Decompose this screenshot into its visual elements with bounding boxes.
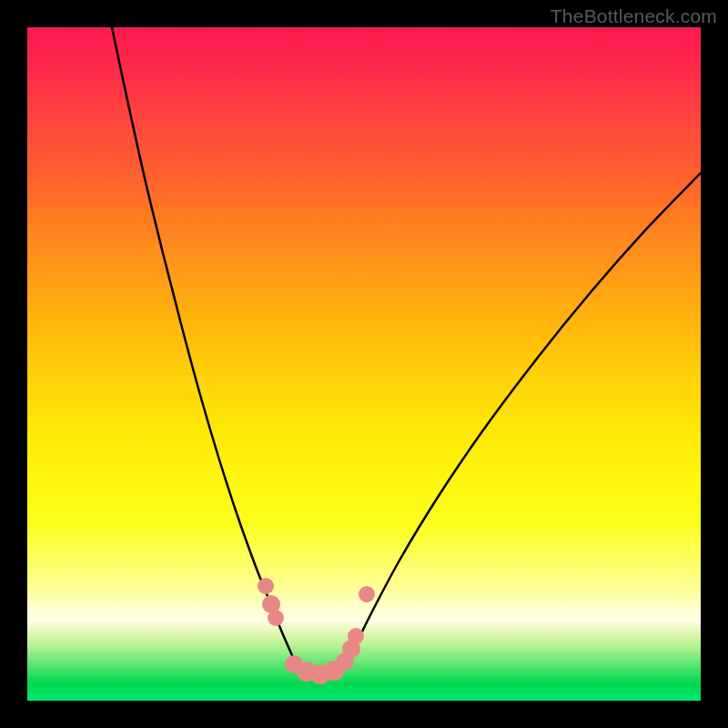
chart-svg bbox=[27, 27, 701, 701]
curve-lines bbox=[112, 27, 701, 672]
chart-plot-area bbox=[27, 27, 701, 701]
curve-left-branch bbox=[112, 27, 298, 670]
right-marker-3 bbox=[348, 628, 364, 644]
curve-right-branch bbox=[341, 173, 701, 672]
left-marker-3 bbox=[268, 610, 284, 626]
left-marker-1 bbox=[258, 578, 274, 594]
watermark-text: TheBottleneck.com bbox=[551, 5, 717, 27]
right-marker-4 bbox=[359, 586, 375, 602]
curve-markers bbox=[258, 578, 375, 684]
